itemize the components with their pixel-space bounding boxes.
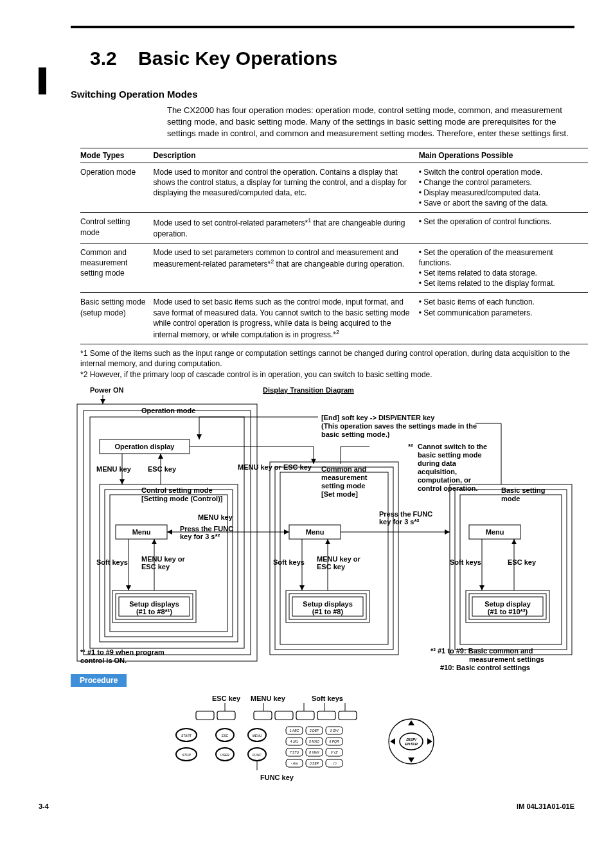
table-row: Control setting modeMode used to set con…	[80, 213, 588, 243]
svg-text:DISP/: DISP/	[406, 738, 417, 741]
svg-marker-156	[427, 738, 432, 745]
svg-text:Setup display: Setup display	[484, 600, 531, 608]
intro-paragraph: The CX2000 has four operation modes: ope…	[167, 105, 574, 140]
section-side-bar	[39, 67, 46, 94]
svg-text:Menu: Menu	[486, 528, 504, 536]
control-setting-mode-sub: [Setting mode (Control)]	[141, 495, 223, 502]
numeric-keypad: 1 ABC 2 DEF 3 GHI 4 JKL 5 MNO 6 PQR 7 ST…	[286, 727, 342, 767]
svg-text:during data: during data	[418, 459, 457, 467]
svg-marker-1	[100, 399, 105, 404]
top-rule	[71, 26, 574, 28]
svg-text:MENU key or: MENU key or	[317, 555, 361, 563]
svg-text:*³ #1 to #9: Basic common and: *³ #1 to #9: Basic common and	[431, 647, 533, 655]
svg-rect-110	[296, 711, 314, 720]
svg-rect-77	[460, 495, 562, 644]
svg-point-149	[389, 719, 434, 764]
esc-key-text: ESC key	[148, 465, 177, 473]
svg-marker-7	[120, 479, 125, 484]
page-number: 3-4	[39, 802, 49, 810]
control-setting-mode-label: Control setting mode	[141, 486, 213, 494]
table-row: Operation modeMode used to monitor and c…	[80, 163, 588, 213]
svg-text:ESC key: ESC key	[212, 695, 241, 702]
svg-text:4 JKL: 4 JKL	[290, 740, 299, 743]
svg-text:FUNC: FUNC	[253, 753, 262, 757]
svg-text:2 DEF: 2 DEF	[309, 729, 319, 732]
svg-text:Menu: Menu	[306, 528, 324, 536]
svg-text:FUNC key: FUNC key	[260, 774, 294, 781]
menu-key-text: MENU key	[96, 465, 132, 473]
svg-text:8 VWX: 8 VWX	[309, 750, 319, 754]
soft-keys-1: Soft keys	[96, 558, 128, 566]
svg-text:0 SEP: 0 SEP	[310, 761, 319, 765]
svg-rect-111	[317, 711, 335, 720]
svg-text:Soft keys: Soft keys	[273, 558, 305, 566]
power-on-label: Power ON	[90, 386, 124, 394]
control-menu-label: Menu	[132, 528, 151, 536]
svg-marker-63	[167, 529, 172, 535]
procedure-badge: Procedure	[71, 674, 127, 687]
svg-text:*¹ #1 to #9 when program: *¹ #1 to #9 when program	[80, 648, 164, 656]
svg-rect-106	[196, 711, 214, 720]
svg-text:key for 3 s*²: key for 3 s*²	[180, 533, 220, 540]
svg-text:START: START	[181, 734, 192, 738]
section-number: 3.2	[90, 48, 117, 69]
svg-marker-9	[158, 454, 163, 459]
mode-types-table: Mode Types Description Main Operations P…	[80, 148, 588, 345]
svg-marker-154	[408, 757, 414, 763]
svg-text:Setup displays: Setup displays	[129, 600, 179, 608]
svg-rect-107	[217, 711, 235, 720]
svg-text:- A/a: - A/a	[291, 761, 298, 765]
svg-rect-76	[455, 490, 567, 650]
subheading: Switching Operation Modes	[71, 89, 574, 100]
section-title: Basic Key Operations	[138, 48, 337, 69]
svg-rect-108	[254, 711, 272, 720]
front-panel-key-diagram: ESC key MENU key Soft keys START STOP ES…	[167, 693, 574, 783]
page-footer: 3-4 IM 04L31A01-01E	[39, 802, 574, 810]
svg-text:9 YZ: 9 YZ	[331, 750, 338, 754]
svg-point-150	[400, 733, 423, 750]
svg-text:. ( ): . ( )	[332, 761, 337, 765]
th-mode-types: Mode Types	[80, 148, 153, 163]
svg-marker-16	[126, 585, 131, 590]
svg-text:computation, or: computation, or	[418, 476, 472, 484]
svg-marker-39	[197, 434, 202, 439]
svg-text:ESC key: ESC key	[317, 563, 346, 571]
svg-text:mode: mode	[501, 495, 520, 502]
svg-text:measurement: measurement	[321, 474, 368, 481]
doc-code: IM 04L31A01-01E	[517, 802, 574, 810]
svg-text:acquisition,: acquisition,	[418, 468, 457, 475]
press-func-1: Press the FUNC	[180, 525, 233, 533]
svg-marker-50	[299, 585, 305, 590]
control-menu-key: MENU key	[198, 513, 233, 521]
svg-text:ESC key: ESC key	[141, 563, 170, 571]
svg-text:Soft keys: Soft keys	[312, 695, 343, 702]
svg-text:MENU key: MENU key	[251, 695, 286, 702]
svg-text:MENU: MENU	[253, 734, 262, 738]
section-heading: 3.2 Basic Key Operations	[90, 48, 574, 69]
svg-text:measurement settings: measurement settings	[469, 655, 544, 663]
svg-text:Press the FUNC: Press the FUNC	[379, 510, 432, 518]
svg-marker-74	[445, 529, 450, 535]
th-description: Description	[153, 148, 418, 163]
round-keys: START STOP ESC USER MENU FUNC	[176, 729, 266, 761]
footnote-1: *1 Some of the items such as the input r…	[80, 348, 574, 369]
transition-diagram: Power ON Display Transition Diagram Oper…	[51, 385, 574, 674]
svg-text:(#1 to #10*³): (#1 to #10*³)	[488, 608, 528, 616]
svg-text:(#1 to #8): (#1 to #8)	[312, 608, 344, 616]
svg-marker-30	[311, 459, 316, 464]
svg-text:control operation.: control operation.	[418, 484, 478, 492]
svg-text:3 GHI: 3 GHI	[330, 729, 339, 732]
svg-text:setting mode: setting mode	[321, 482, 365, 490]
svg-text:basic setting mode.): basic setting mode.)	[321, 430, 390, 438]
svg-text:ESC: ESC	[222, 734, 229, 738]
svg-text:[Set mode]: [Set mode]	[321, 490, 358, 498]
svg-marker-153	[408, 720, 414, 725]
svg-text:(This operation saves the sett: (This operation saves the settings made …	[321, 422, 477, 430]
svg-text:5 MNO: 5 MNO	[309, 740, 319, 743]
svg-marker-62	[284, 529, 289, 535]
svg-text:key for 3 s*²: key for 3 s*²	[379, 518, 420, 526]
svg-rect-109	[275, 711, 293, 720]
svg-text:Soft keys: Soft keys	[450, 558, 481, 566]
svg-text:USER: USER	[220, 753, 229, 757]
svg-rect-75	[450, 484, 572, 655]
